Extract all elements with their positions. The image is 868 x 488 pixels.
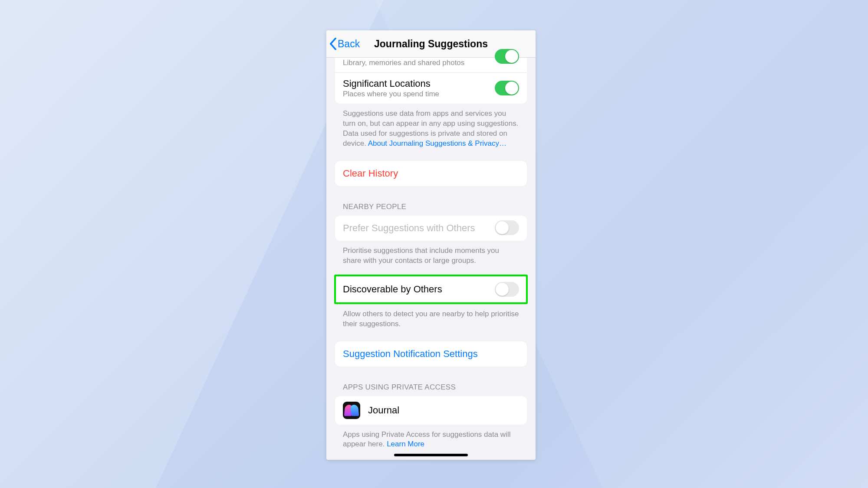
private-access-header: APPS USING PRIVATE ACCESS <box>343 383 519 392</box>
app-name: Journal <box>368 405 399 416</box>
app-row-journal[interactable]: Journal <box>335 396 527 425</box>
chevron-left-icon <box>329 38 337 50</box>
privacy-link[interactable]: About Journaling Suggestions & Privacy… <box>368 139 506 147</box>
row-title: Prefer Suggestions with Others <box>343 222 495 234</box>
locations-toggle[interactable] <box>495 81 519 95</box>
row-subtitle: Library, memories and shared photos <box>343 59 495 67</box>
discoverable-toggle[interactable] <box>495 282 519 297</box>
significant-locations-row[interactable]: Significant Locations Places where you s… <box>335 72 527 104</box>
private-access-footer: Apps using Private Access for suggestion… <box>343 430 519 450</box>
row-title: Significant Locations <box>343 78 495 90</box>
notification-settings-button[interactable]: Suggestion Notification Settings <box>335 341 527 367</box>
footer-text: Apps using Private Access for suggestion… <box>343 430 510 449</box>
discoverable-footer: Allow others to detect you are nearby to… <box>343 309 519 329</box>
private-access-apps-group: Journal <box>335 396 527 425</box>
nearby-people-header: NEARBY PEOPLE <box>343 203 519 211</box>
row-subtitle: Places where you spend time <box>343 90 495 98</box>
back-button[interactable]: Back <box>329 38 360 50</box>
photos-toggle[interactable] <box>495 49 519 64</box>
back-label: Back <box>338 38 360 50</box>
learn-more-link[interactable]: Learn More <box>387 440 424 448</box>
row-title: Discoverable by Others <box>343 283 495 295</box>
settings-screen: Back Journaling Suggestions Photos Libra… <box>326 30 536 460</box>
discoverable-highlight: Discoverable by Others <box>334 275 528 304</box>
clear-history-button[interactable]: Clear History <box>335 161 527 186</box>
home-indicator[interactable] <box>394 454 468 456</box>
prefer-suggestions-group: Prefer Suggestions with Others <box>335 216 527 241</box>
settings-content: Photos Library, memories and shared phot… <box>326 41 536 460</box>
prefer-suggestions-row: Prefer Suggestions with Others <box>335 216 527 241</box>
data-sources-footer: Suggestions use data from apps and servi… <box>343 109 519 149</box>
prefer-suggestions-toggle <box>495 220 519 235</box>
discoverable-row[interactable]: Discoverable by Others <box>336 276 526 302</box>
page-title: Journaling Suggestions <box>374 38 488 50</box>
journal-app-icon <box>343 402 360 419</box>
prefer-suggestions-footer: Prioritise suggestions that include mome… <box>343 246 519 266</box>
